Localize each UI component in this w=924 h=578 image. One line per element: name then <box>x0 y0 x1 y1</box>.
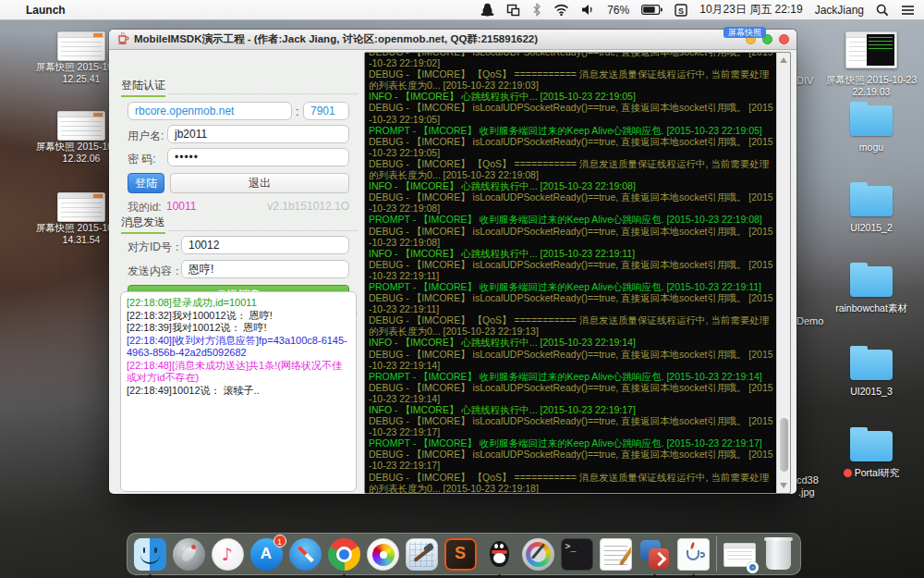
menu-user[interactable]: JackJiang <box>815 4 864 17</box>
icon-label-time: 22.19.03 <box>816 86 924 98</box>
myid-value: 10011 <box>166 200 196 213</box>
terminal-dock-icon[interactable]: >_ <box>561 538 593 571</box>
server-input[interactable]: rbcore.openmob.net <box>128 102 292 120</box>
desktop-icon-screenshot[interactable]: 屏幕快照 2015-10-2322.19.03 <box>816 31 924 97</box>
menu-bar: Launch 76% S 10月23日 周五 22:19 JackJiang <box>0 0 924 20</box>
menu-clock[interactable]: 10月23日 周五 22:19 <box>699 2 802 18</box>
console-line-debug: DEBUG - 【IMCORE】 isLocalUDPSocketReady()… <box>369 259 775 281</box>
qq-menu-icon[interactable] <box>480 3 494 17</box>
icon-label: mogu <box>816 141 924 154</box>
minwin-dock-icon[interactable] <box>723 538 756 571</box>
console-text: DEBUG - 【IMCORE】 isLocalUDPSocketReady()… <box>369 52 775 494</box>
volume-icon[interactable] <box>581 4 595 16</box>
desktop-icon-folder[interactable]: mogu <box>816 105 924 154</box>
running-indicator <box>692 574 695 577</box>
launchpad-dock-icon[interactable] <box>173 538 205 571</box>
colormeter-dock-icon[interactable] <box>522 538 554 571</box>
content-label: 发送内容： <box>128 264 183 279</box>
scrollbar-thumb[interactable] <box>780 418 788 472</box>
desktop-icon-folder[interactable]: Portal研究 <box>816 431 924 479</box>
console-scrollbar[interactable] <box>776 53 790 493</box>
itunes-dock-icon[interactable]: ♪ <box>212 538 244 571</box>
icon-label: UI2015_2 <box>816 222 924 234</box>
photos-dock-icon[interactable] <box>367 538 399 571</box>
window-titlebar[interactable]: MobileIMSDK演示工程 - (作者:Jack Jiang, 讨论区:op… <box>109 30 796 50</box>
wifi-icon[interactable] <box>553 4 569 16</box>
login-button[interactable]: 登陆 <box>128 173 164 193</box>
username-label: 用户名: <box>128 129 164 144</box>
notification-center-icon[interactable] <box>901 5 915 16</box>
folder-icon <box>850 105 893 136</box>
selected-icon-label: 屏幕快照 <box>723 27 766 38</box>
desktop-icon-folder[interactable]: UI2015_2 <box>816 186 924 234</box>
console-line-prompt: PROMPT - 【IMCORE】 收到服务端回过来的Keep Alive心跳响… <box>369 214 775 225</box>
console-line-info: INFO - 【IMCORE】 心跳线程执行中... [2015-10-23 2… <box>369 180 775 191</box>
console-line-prompt: PROMPT - 【IMCORE】 收到服务端回过来的Keep Alive心跳响… <box>369 125 775 136</box>
console-line-debug: DEBUG - 【IMCORE】 【QoS】 =========== 消息发送质… <box>369 68 775 91</box>
battery-icon[interactable] <box>641 5 663 15</box>
desktop-icon-folder[interactable]: UI2015_3 <box>816 350 924 398</box>
console-line-info: INFO - 【IMCORE】 心跳线程执行中... [2015-10-23 2… <box>369 248 775 259</box>
peer-id-label: 对方ID号： <box>128 240 183 255</box>
dock-separator <box>716 536 717 572</box>
java-dock-icon[interactable] <box>677 538 710 571</box>
desktop-icon-folder[interactable]: rainbowchat素材 <box>816 266 924 314</box>
username-input[interactable]: jb2011 <box>167 125 349 143</box>
chrome-dock-icon[interactable] <box>328 538 360 571</box>
active-app-menu[interactable]: Launch <box>26 4 66 17</box>
login-section-title: 登陆认证 <box>121 78 165 97</box>
window-switch-icon[interactable] <box>506 4 520 17</box>
xcode-dock-icon[interactable] <box>406 538 438 571</box>
port-input[interactable]: 7901 <box>303 102 349 120</box>
console-line-debug: DEBUG - 【IMCORE】 isLocalUDPSocketReady()… <box>369 415 775 437</box>
svg-text:S: S <box>678 6 684 15</box>
qq-dock-icon[interactable] <box>483 538 516 571</box>
icon-label: UI2015_3 <box>816 386 924 398</box>
hexin-dock-icon[interactable]: S <box>444 538 477 571</box>
divider <box>169 93 358 94</box>
console-line-debug: DEBUG - 【IMCORE】 isLocalUDPSocketReady()… <box>369 382 775 404</box>
screenshot-thumbnail-icon <box>57 111 105 141</box>
console-line-debug: DEBUG - 【IMCORE】 isLocalUDPSocketReady()… <box>369 136 775 158</box>
console-line-prompt: PROMPT - 【IMCORE】 收到服务端回过来的Keep Alive心跳响… <box>369 371 775 382</box>
password-label: 密 码: <box>128 152 156 167</box>
chat-line: [22:18:32]我对100012说： 恩哼! <box>127 310 350 323</box>
content-input[interactable]: 恩哼! <box>181 260 349 278</box>
password-input[interactable]: ••••• <box>167 148 349 166</box>
chat-line: [22:18:48][消息未成功送达]共1条!(网络状况不佳或对方id不存在) <box>127 360 350 385</box>
console-line-debug: DEBUG - 【IMCORE】 isLocalUDPSocketReady()… <box>369 226 775 248</box>
hexin-menu-icon[interactable]: S <box>675 4 687 17</box>
java-cup-icon <box>116 31 129 48</box>
chat-log[interactable]: [22:18:08]登录成功,id=10011[22:18:32]我对10001… <box>120 291 357 492</box>
icon-label: rainbowchat素材 <box>816 302 924 314</box>
chat-line: [22:18:08]登录成功,id=10011 <box>127 297 350 310</box>
scroll-up-arrow[interactable] <box>780 57 787 63</box>
chat-line: [22:18:49]10012说： 滚犊子.. <box>127 385 350 398</box>
console-line-info: INFO - 【IMCORE】 心跳线程执行中... [2015-10-23 2… <box>369 337 775 348</box>
folder-icon <box>850 431 893 461</box>
bluetooth-icon[interactable] <box>532 3 541 17</box>
textedit-dock-icon[interactable] <box>600 538 632 571</box>
divider <box>169 230 358 231</box>
folder-icon <box>850 350 893 380</box>
server-port-colon: : <box>296 105 298 118</box>
vmware-dock-icon[interactable] <box>638 538 671 571</box>
desktop: { "menu_bar": { "apple": "", "app_name":… <box>0 0 924 578</box>
spotlight-icon[interactable] <box>876 4 889 17</box>
running-indicator <box>653 574 656 577</box>
finder-dock-icon[interactable] <box>134 538 166 571</box>
screenshot-thumbnail-icon <box>57 31 105 61</box>
version-label: v2.1b151012.1O <box>257 200 349 213</box>
partial-icon-label: cd38 <box>796 474 819 486</box>
peer-id-input[interactable]: 10012 <box>181 236 349 254</box>
partial-icon-label: Demo <box>796 315 823 326</box>
console-line-debug: DEBUG - 【IMCORE】 isLocalUDPSocketReady()… <box>369 52 775 68</box>
chrome-badge-icon <box>747 561 759 573</box>
trash-dock-icon[interactable] <box>762 538 795 571</box>
logout-button[interactable]: 退出 <box>170 173 349 193</box>
appstore-dock-icon[interactable]: A1 <box>250 538 283 571</box>
safari-dock-icon[interactable] <box>289 538 322 571</box>
console-pane: DEBUG - 【IMCORE】 isLocalUDPSocketReady()… <box>364 52 791 494</box>
scroll-down-arrow[interactable] <box>780 483 787 488</box>
close-button[interactable] <box>779 34 789 44</box>
